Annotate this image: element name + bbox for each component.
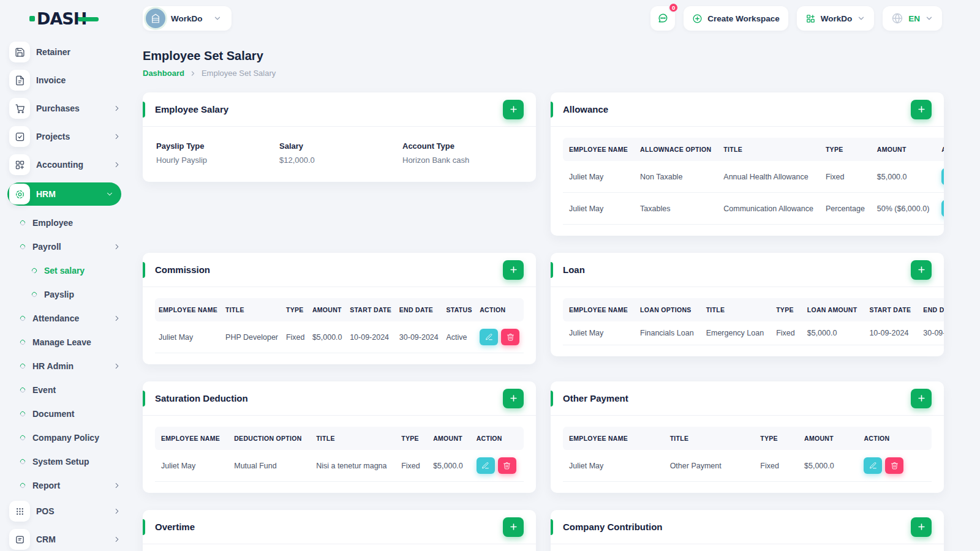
card-other-payment: Other Payment EMPLOYEE NAMETITLETYPEAMOU… [551, 381, 944, 493]
sidebar-item-retainer[interactable]: Retainer [9, 42, 121, 62]
cards-grid: Employee Salary Payslip Type Hourly Pays… [143, 92, 944, 551]
card-accent [143, 519, 145, 535]
edit-button[interactable] [864, 457, 882, 474]
bullet-icon [19, 219, 26, 226]
bullet-icon [31, 291, 37, 298]
sidebar-item-label: Payroll [32, 242, 61, 252]
edit-button[interactable] [941, 200, 944, 217]
workspace-switcher[interactable]: WorkDo [143, 6, 232, 31]
breadcrumb-dashboard-link[interactable]: Dashboard [143, 69, 184, 78]
globe-icon [891, 12, 903, 24]
plus-icon [509, 105, 518, 114]
sidebar-item-document[interactable]: Document [9, 405, 121, 422]
sidebar-item-label: Employee [32, 218, 73, 228]
app-logo[interactable]: DASH [29, 9, 129, 28]
hrm-icon-box [9, 184, 30, 204]
accounting-icon-box [9, 154, 30, 175]
chevron-right-icon [113, 242, 121, 251]
sidebar-item-label: Report [32, 481, 60, 490]
plus-icon [509, 522, 518, 531]
sidebar-item-event[interactable]: Event [9, 381, 121, 398]
save-icon-box [9, 42, 30, 62]
sidebar-item-report[interactable]: Report [9, 477, 121, 493]
bullet-icon [19, 315, 26, 321]
sidebar-item-set-salary[interactable]: Set salary [9, 262, 121, 279]
sidebar-item-payslip[interactable]: Payslip [9, 286, 121, 302]
delete-button[interactable] [501, 329, 519, 345]
add-saturation-deduction-button[interactable] [503, 389, 524, 408]
sidebar-item-hr-admin[interactable]: HR Admin [9, 358, 121, 374]
tasks-icon-box [9, 126, 30, 147]
sidebar-item-system-setup[interactable]: System Setup [9, 453, 121, 470]
column-header: EMPLOYEE NAME [155, 298, 222, 321]
cart-icon [15, 103, 25, 114]
table-cell-actions [935, 193, 944, 225]
column-header: TYPE [395, 427, 427, 450]
bullet-icon [19, 482, 26, 489]
field-label: Payslip Type [156, 141, 279, 151]
chat-icon [657, 12, 669, 24]
table-cell-actions [470, 450, 524, 482]
add-other-payment-button[interactable] [911, 389, 932, 408]
sidebar-item-employee[interactable]: Employee [9, 214, 121, 231]
column-header: EMPLOYEE NAME [563, 138, 634, 161]
sidebar-item-company-policy[interactable]: Company Policy [9, 429, 121, 446]
add-employee-salary-button[interactable] [503, 100, 524, 119]
bullet-icon [19, 339, 26, 345]
card-saturation-deduction: Saturation Deduction EMPLOYEE NAMEDEDUCT… [143, 381, 536, 493]
sidebar-item-pos[interactable]: POS [9, 501, 121, 522]
add-overtime-button[interactable] [503, 517, 524, 537]
sidebar-item-invoice[interactable]: Invoice [9, 70, 121, 91]
table-cell: Fixed [282, 321, 309, 353]
column-header: TITLE [222, 298, 282, 321]
messages-button[interactable]: 0 [650, 6, 675, 31]
add-loan-button[interactable] [911, 260, 932, 280]
column-header: TITLE [700, 298, 771, 321]
table-cell: 30-09-2024 [396, 321, 443, 353]
sidebar-item-label: CRM [36, 534, 56, 544]
bullet-icon [19, 362, 26, 369]
table-cell: Juliet May [155, 321, 222, 353]
add-allowance-button[interactable] [911, 100, 932, 119]
edit-button[interactable] [941, 168, 944, 185]
plus-icon [917, 265, 926, 274]
column-header: TITLE [310, 427, 395, 450]
pos-icon-box [9, 501, 30, 522]
table-cell: Fixed [770, 321, 801, 345]
column-header: AMOUNT [871, 138, 935, 161]
commission-table: EMPLOYEE NAMETITLETYPEAMOUNTSTART DATEEN… [155, 298, 524, 353]
plus-icon [917, 105, 926, 114]
table-cell: $5,000.0 [801, 321, 864, 345]
sidebar-item-hrm[interactable]: HRM [7, 182, 121, 206]
sidebar-item-purchases[interactable]: Purchases [9, 98, 121, 119]
allowance-table: EMPLOYEE NAMEALLOWNACE OPTIONTITLETYPEAM… [563, 138, 944, 225]
field-value: Hourly Payslip [156, 156, 279, 165]
language-code: EN [908, 14, 920, 23]
language-selector[interactable]: EN [883, 6, 942, 31]
sidebar-item-attendance[interactable]: Attendance [9, 310, 121, 326]
sidebar-item-accounting[interactable]: Accounting [9, 154, 121, 175]
add-company-contribution-button[interactable] [911, 517, 932, 537]
card-loan: Loan EMPLOYEE NAMELOAN OPTIONSTITLETYPEL… [551, 253, 944, 356]
loan-table: EMPLOYEE NAMELOAN OPTIONSTITLETYPELOAN A… [563, 298, 944, 345]
sidebar-item-manage-leave[interactable]: Manage Leave [9, 334, 121, 350]
pencil-icon [869, 462, 877, 470]
edit-button[interactable] [480, 329, 498, 345]
topbar: DASH WorkDo 0 Create Workspace WorkDo [0, 0, 980, 37]
create-workspace-button[interactable]: Create Workspace [684, 6, 788, 31]
sidebar-item-crm[interactable]: CRM [9, 529, 121, 550]
delete-button[interactable] [885, 457, 903, 474]
sidebar-item-label: HR Admin [32, 361, 74, 371]
add-commission-button[interactable] [503, 260, 524, 280]
logo-dot-icon [29, 16, 35, 21]
column-header: ACTION [470, 427, 524, 450]
table-cell: Fixed [754, 450, 798, 482]
edit-button[interactable] [477, 457, 495, 474]
delete-button[interactable] [498, 457, 516, 474]
sidebar-item-payroll[interactable]: Payroll [9, 238, 121, 255]
table-cell: Percentage [820, 193, 871, 225]
workdo-menu-button[interactable]: WorkDo [797, 6, 875, 31]
table-cell-actions [858, 450, 932, 482]
sidebar-item-projects[interactable]: Projects [9, 126, 121, 147]
sidebar-item-label: Event [32, 385, 56, 395]
